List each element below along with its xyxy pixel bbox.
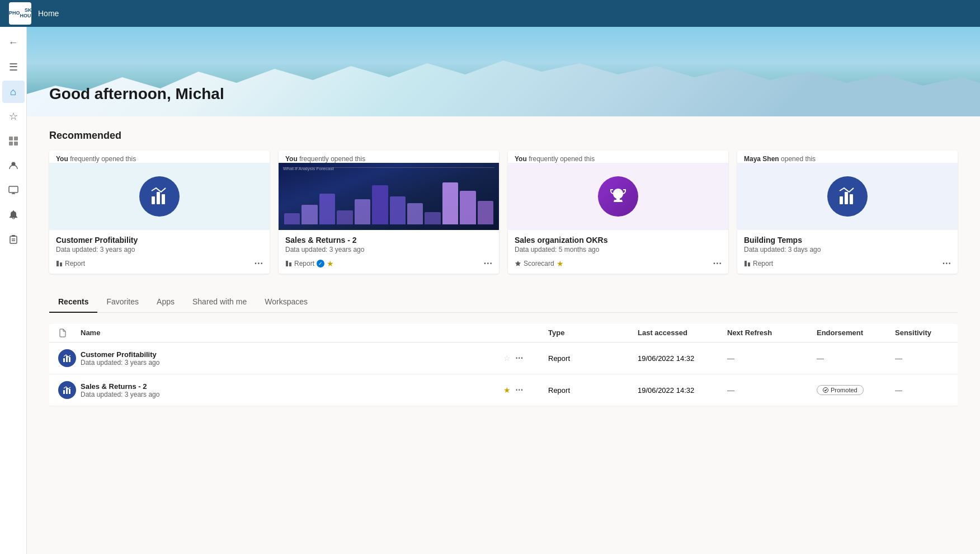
card-2-footer: Report ✓ ★ ⋯ [279, 256, 499, 274]
svg-rect-24 [69, 357, 70, 362]
svg-rect-2 [9, 142, 13, 145]
card-2-updated: Data updated: 3 years ago [285, 246, 492, 253]
card-2-star[interactable]: ★ [327, 259, 334, 268]
th-endorsement: Endorsement [812, 328, 891, 337]
row-2-endorsement: Promoted [812, 385, 891, 395]
svg-rect-14 [60, 262, 62, 266]
card-3-updated: Data updated: 5 months ago [515, 246, 722, 253]
row-2-more-button[interactable]: ⋯ [515, 386, 523, 394]
tab-workspaces[interactable]: Workspaces [256, 292, 317, 313]
notifications-button[interactable] [2, 204, 25, 226]
card-sales-okrs[interactable]: You frequently opened this Sales organiz… [508, 151, 728, 274]
content-tabs: Recents Favorites Apps Shared with me Wo… [49, 292, 958, 313]
card-1-type: Report [56, 260, 85, 267]
row-2-type: Report [544, 386, 633, 395]
card-1-label: You frequently opened this [49, 151, 270, 163]
file-header-icon [58, 328, 67, 337]
svg-rect-0 [9, 137, 13, 140]
menu-button[interactable]: ☰ [2, 56, 25, 78]
bar-chart-row-icon-2 [63, 386, 72, 395]
row-2-actions: ★ ⋯ [499, 386, 544, 395]
card-2-more-button[interactable]: ⋯ [483, 259, 492, 268]
th-type: Type [544, 328, 633, 337]
row-1-accessed: 19/06/2022 14:32 [633, 354, 723, 363]
row-2-sensitivity: — [891, 386, 958, 395]
clipboard-button[interactable] [2, 228, 25, 251]
card-2-label: You frequently opened this [279, 151, 499, 163]
hero-greeting: Good afternoon, Michal [49, 85, 224, 103]
svg-rect-20 [745, 261, 747, 266]
favorites-button[interactable]: ☆ [2, 105, 25, 128]
card-building-temps[interactable]: Maya Shen opened this Building Temps [737, 151, 958, 274]
main-content: Good afternoon, Michal Recommended You f… [27, 27, 980, 554]
people-button[interactable] [2, 154, 25, 177]
tab-favorites[interactable]: Favorites [97, 292, 148, 313]
card-1-name: Customer Profitability [56, 236, 263, 245]
card-3-footer: Scorecard ★ ⋯ [508, 256, 728, 274]
row-2-name: Sales & Returns - 2 [81, 382, 494, 391]
row-1-star-button[interactable]: ☆ [503, 354, 511, 363]
card-1-thumb [49, 163, 270, 230]
bell-icon [8, 210, 18, 220]
report-icon-2 [285, 260, 292, 267]
row-2-icon [58, 381, 76, 399]
app-logo: ELPHO SKI HOUSE [9, 2, 31, 25]
table-row: Customer Profitability Data updated: 3 y… [49, 342, 958, 374]
monitor-button[interactable] [2, 179, 25, 201]
tab-shared[interactable]: Shared with me [183, 292, 256, 313]
card-4-icon [827, 176, 868, 217]
card-4-label: Maya Shen opened this [737, 151, 958, 163]
card-2-name: Sales & Returns - 2 [285, 236, 492, 245]
dashboards-icon [8, 136, 18, 146]
table-header: Name Type Last accessed Next Refresh End… [49, 324, 958, 342]
chart-preview: What-If Analysis Forecast [279, 163, 499, 230]
bar-chart-icon-4 [837, 186, 858, 206]
svg-rect-22 [63, 358, 65, 362]
svg-rect-27 [69, 389, 70, 394]
card-1-icon [139, 176, 180, 217]
tab-apps[interactable]: Apps [148, 292, 183, 313]
scorecard-icon-small [515, 260, 521, 267]
topbar: ELPHO SKI HOUSE Home [0, 0, 980, 27]
bar-chart-icon [149, 186, 169, 206]
row-1-icon-cell [49, 349, 76, 367]
card-2-type: Report ✓ ★ [285, 259, 334, 268]
trophy-icon [608, 186, 628, 206]
page-content: Recommended You frequently opened this [27, 116, 980, 420]
table-row: Sales & Returns - 2 Data updated: 3 year… [49, 374, 958, 406]
back-button[interactable]: ← [2, 31, 25, 54]
row-2-accessed: 19/06/2022 14:32 [633, 386, 723, 395]
row-1-name: Customer Profitability [81, 350, 494, 359]
card-3-star[interactable]: ★ [557, 259, 564, 268]
home-button[interactable]: ⌂ [2, 81, 25, 103]
svg-rect-17 [840, 196, 843, 204]
row-1-more-button[interactable]: ⋯ [515, 354, 523, 362]
dashboards-button[interactable] [2, 130, 25, 152]
card-3-icon [598, 176, 638, 217]
card-customer-profitability[interactable]: You frequently opened this Customer [49, 151, 270, 274]
row-2-refresh: — [723, 386, 812, 395]
card-4-thumb [737, 163, 958, 230]
svg-rect-25 [63, 390, 65, 394]
card-3-more-button[interactable]: ⋯ [713, 259, 722, 268]
hero-banner: Good afternoon, Michal [27, 27, 980, 116]
row-1-icon [58, 349, 76, 367]
svg-rect-21 [748, 262, 750, 266]
report-icon [56, 260, 63, 267]
svg-rect-15 [286, 261, 288, 266]
card-2-info: Sales & Returns - 2 Data updated: 3 year… [279, 230, 499, 256]
row-2-star-button[interactable]: ★ [503, 386, 511, 395]
clipboard-icon [8, 234, 18, 245]
recommended-title: Recommended [49, 130, 958, 142]
card-1-more-button[interactable]: ⋯ [254, 259, 263, 268]
card-4-name: Building Temps [744, 236, 951, 245]
hero-bg [27, 27, 980, 116]
card-3-label: You frequently opened this [508, 151, 728, 163]
tab-recents[interactable]: Recents [49, 292, 97, 313]
card-sales-returns[interactable]: You frequently opened this What-If Analy… [279, 151, 499, 274]
th-name: Name [76, 328, 499, 337]
card-2-thumb: What-If Analysis Forecast [279, 163, 499, 230]
report-icon-4 [744, 260, 751, 267]
card-4-more-button[interactable]: ⋯ [942, 259, 951, 268]
card-3-name: Sales organization OKRs [515, 236, 722, 245]
